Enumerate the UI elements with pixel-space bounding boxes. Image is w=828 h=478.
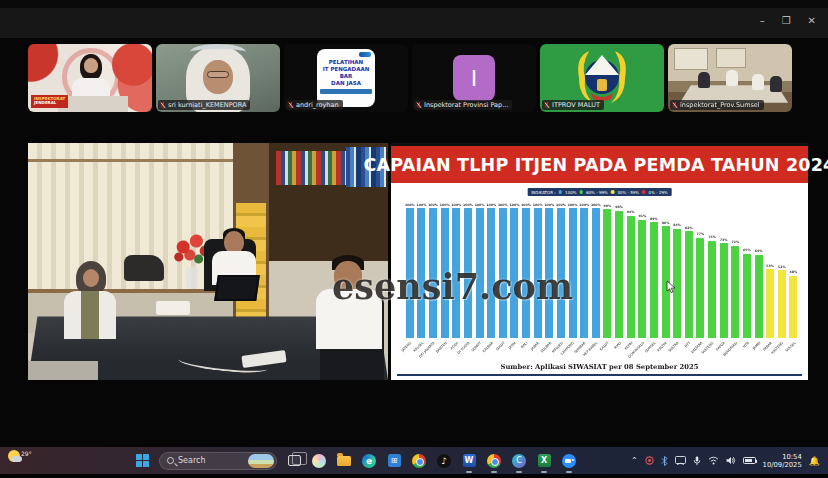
- participant-tile-inspektorat-papua[interactable]: I Inspektorat Provinsi Pap...: [412, 44, 536, 112]
- close-button[interactable]: ✕: [808, 16, 816, 26]
- tray-chevron-up-icon[interactable]: ⌃: [631, 456, 638, 465]
- bar-kalsel: 100%KALSEL: [416, 200, 428, 338]
- file-explorer-button[interactable]: [336, 453, 352, 469]
- bar: [731, 246, 739, 338]
- slide-title-banner: CAPAIAN TLHP ITJEN PADA PEMDA TAHUN 2024: [391, 143, 808, 183]
- slide-source-note: Sumber: Aplikasi SIWASIAT per 08 Septemb…: [391, 363, 808, 371]
- person-right-body: [316, 289, 382, 349]
- person-left-body: [64, 291, 116, 339]
- bar-category-label: SUMSEL: [644, 341, 657, 354]
- excel-icon: X: [538, 454, 551, 467]
- bar: [708, 241, 716, 339]
- bar-sulut: 100%SULUT: [497, 200, 509, 338]
- microphone-icon[interactable]: [693, 456, 701, 466]
- legend-label: INDIKATOR :: [531, 190, 555, 195]
- tiktok-button[interactable]: ♪: [436, 453, 452, 469]
- cast-screen-icon[interactable]: [675, 456, 686, 465]
- legend-dot-blue: [559, 190, 563, 194]
- person: [770, 76, 782, 92]
- slide-subtitle-bar: [320, 89, 372, 94]
- tray-record-icon[interactable]: [645, 456, 654, 465]
- slide-accent-line: [397, 374, 802, 377]
- bar: [615, 211, 623, 338]
- participant-tile-sri-kurniati[interactable]: sri kurniati_KEMENPORA: [156, 44, 280, 112]
- weather-icon: [8, 450, 20, 462]
- participant-tile-itprov-malut[interactable]: ITPROV MALUT: [540, 44, 664, 112]
- bar-kalut: 99%KALUT: [602, 200, 614, 338]
- zoom-app-button[interactable]: [561, 453, 577, 469]
- task-view-button[interactable]: [286, 453, 302, 469]
- mouse-cursor: [666, 280, 677, 294]
- microsoft-store-button[interactable]: ⊞: [386, 453, 402, 469]
- main-video-meeting-room[interactable]: [28, 143, 388, 380]
- bar: [592, 208, 600, 338]
- participant-name: inspektorat_Prov.Sumsel: [680, 101, 760, 109]
- bar-category-label: ACEH: [449, 341, 458, 350]
- bar-chart-capaian-tlhp: 100%JATENG100%KALSEL100%DKI JAKARTA100%B…: [404, 200, 799, 362]
- battery-icon[interactable]: [743, 457, 756, 464]
- folder-icon: [337, 456, 351, 466]
- chrome-window-button[interactable]: [486, 453, 502, 469]
- participant-tile-andri-royhan[interactable]: PELATIHAN IT PENGADAAN BAR DAN JASA andr…: [284, 44, 408, 112]
- weather-widget[interactable]: 29°: [8, 450, 32, 462]
- clock-time: 10:54: [763, 453, 802, 461]
- start-button[interactable]: [134, 453, 150, 469]
- maximize-button[interactable]: ❐: [782, 16, 791, 26]
- edge-icon: e: [362, 454, 376, 468]
- volume-icon[interactable]: [726, 456, 736, 465]
- bar-aceh: 100%ACEH: [451, 200, 463, 338]
- canva-button[interactable]: C: [511, 453, 527, 469]
- bar-kep-babel: 100%KEP BABEL: [590, 200, 602, 338]
- edge-button[interactable]: e: [361, 453, 377, 469]
- search-box[interactable]: Search: [159, 452, 277, 470]
- shared-screen-slide[interactable]: CAPAIAN TLHP ITJEN PADA PEMDA TAHUN 2024…: [391, 143, 808, 380]
- bar-sulsel: 48%SULSEL: [788, 200, 800, 338]
- person-face: [84, 58, 98, 73]
- participant-name: ITPROV MALUT: [552, 101, 600, 109]
- copilot-button[interactable]: [311, 453, 327, 469]
- bar-category-label: SULUT: [495, 341, 506, 352]
- slide-body: INDIKATOR : 100% 60% - 99% 30% - 59% 0% …: [391, 183, 808, 380]
- itjen-logo: INSPEKTORAT JENDERAL: [31, 95, 68, 108]
- bar-jambi: 64%JAMBI: [753, 200, 765, 338]
- windows-logo-icon: [136, 454, 149, 467]
- bar-value-label: 48%: [784, 270, 803, 274]
- bar: [778, 270, 786, 338]
- search-daily-image: [248, 454, 274, 468]
- participant-name-tag: ITPROV MALUT: [542, 100, 604, 110]
- taskbar-clock[interactable]: 10:54 10/09/2025: [763, 453, 802, 469]
- bar: [441, 208, 449, 338]
- wifi-icon[interactable]: [708, 456, 719, 465]
- bluetooth-icon[interactable]: [661, 456, 668, 466]
- bar-category-label: JAMBI: [752, 341, 762, 351]
- bar-category-label: KALBAR: [482, 341, 494, 353]
- bar: [452, 208, 460, 338]
- bar: [557, 208, 565, 338]
- participant-name-tag: Inspektorat Provinsi Pap...: [414, 100, 512, 110]
- bar-banten: 100%BANTEN: [439, 200, 451, 338]
- weather-temp: 29°: [21, 450, 32, 457]
- desk: [58, 96, 128, 112]
- bar-jatim: 100%JATIM: [509, 200, 521, 338]
- bar-pabar: 53%PABAR: [764, 200, 776, 338]
- participant-name: Inspektorat Provinsi Pap...: [424, 101, 508, 109]
- person-left-face: [83, 269, 99, 287]
- legend-item: 60% - 99%: [586, 190, 608, 195]
- laptop: [214, 275, 260, 301]
- bar-category-label: SULTRA: [668, 341, 680, 353]
- word-button[interactable]: W: [461, 453, 477, 469]
- legend-item: 0% - 29%: [649, 190, 668, 195]
- bar-bengkulu: 71%BENGKULU: [730, 200, 742, 338]
- bar: [429, 208, 437, 338]
- bar-category-label: JATENG: [401, 341, 413, 353]
- bar-di-yogya: 100%DI YOGYA: [462, 200, 474, 338]
- avatar: I: [453, 55, 495, 101]
- notification-bell-icon[interactable]: 🔔: [809, 456, 820, 466]
- minimize-button[interactable]: –: [760, 16, 765, 26]
- chrome-button[interactable]: [411, 453, 427, 469]
- participant-tile-kemendagri[interactable]: INSPEKTORAT JENDERAL: [28, 44, 152, 112]
- person-right-face: [334, 261, 362, 291]
- bar: [685, 231, 693, 338]
- excel-button[interactable]: X: [536, 453, 552, 469]
- participant-tile-inspektorat-sumsel[interactable]: inspektorat_Prov.Sumsel: [668, 44, 792, 112]
